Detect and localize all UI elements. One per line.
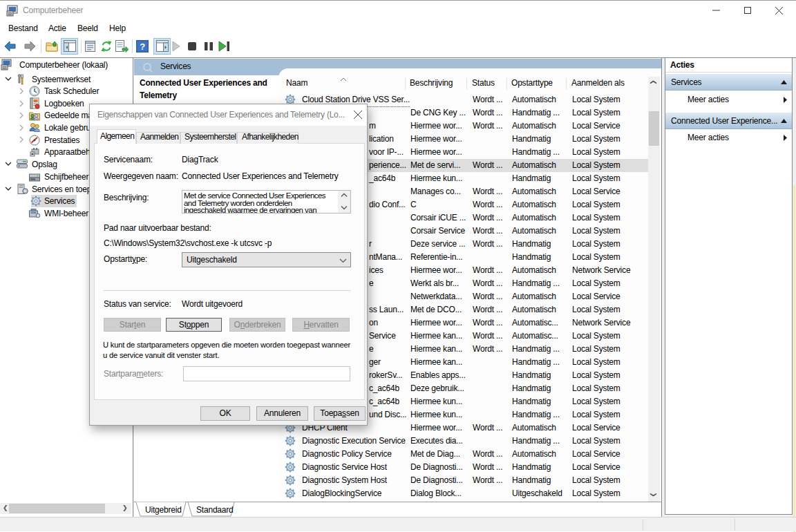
svg-text:Uitgebreid: Uitgebreid bbox=[145, 505, 182, 515]
svg-text:?: ? bbox=[140, 41, 145, 52]
svg-text:Standaard: Standaard bbox=[196, 505, 234, 515]
